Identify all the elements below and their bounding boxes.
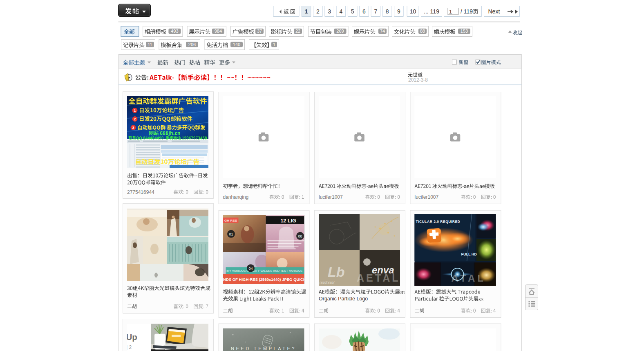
svg-text:GH-RES: GH-RES [224,219,237,222]
svg-text:TICULAR 2.0 REQUIRED: TICULAR 2.0 REQUIRED [416,220,461,224]
svg-text:10: 10 [410,8,416,15]
svg-text:Organic Particle Logo: Organic Particle Logo [319,296,368,302]
svg-text:22: 22 [295,29,300,33]
svg-text:4: 4 [340,8,343,15]
svg-text:269: 269 [336,29,344,33]
svg-text:140: 140 [233,42,240,47]
svg-text:37: 37 [257,29,262,33]
svg-text:2: 2 [316,8,320,15]
svg-text:12 LIG: 12 LIG [280,218,296,224]
svg-text:11: 11 [148,42,152,47]
svg-text:08: 08 [298,234,302,238]
svg-text:7: 7 [374,8,377,15]
svg-text:984: 984 [215,29,222,33]
svg-text:2: 2 [134,117,136,121]
svg-text:/ 119: / 119 [461,8,473,15]
svg-text:3: 3 [132,126,134,130]
svg-text:NEED TEMPLATE?: NEED TEMPLATE? [231,346,296,351]
svg-text:9: 9 [397,8,400,15]
svg-text:1: 1 [273,42,275,47]
svg-text:Up: Up [126,332,137,342]
svg-text:5: 5 [351,8,354,15]
svg-text:ATAL: ATAL [452,273,486,284]
svg-text:CONDS OF HIGH-RES (2560x1440): CONDS OF HIGH-RES (2560x1440) JPEG QUICK… [217,277,309,282]
svg-text:FULL HD: FULL HD [461,252,477,256]
svg-text:88: 88 [420,29,425,33]
svg-text:206: 206 [188,42,196,47]
svg-text:danhanqing: danhanqing [223,194,249,200]
svg-text:3: 3 [328,8,331,15]
svg-text:74: 74 [380,29,385,33]
svg-text:AETAL: AETAL [357,272,400,284]
svg-text:Next: Next [488,8,500,15]
svg-text:1: 1 [134,109,136,113]
svg-text:oo//ooo/: oo//ooo/ [320,280,335,285]
svg-text:153: 153 [461,29,468,33]
svg-text:493: 493 [171,29,178,33]
svg-text:lucifer1007: lucifer1007 [319,194,343,200]
svg-text:01: 01 [229,232,233,236]
svg-text:6: 6 [362,8,366,15]
svg-text:04: 04 [248,267,253,271]
svg-text:8: 8 [386,8,389,15]
svg-text:... 119: ... 119 [424,8,439,15]
svg-text:TRY VARIOUS OPACITY VALUES AND: TRY VARIOUS OPACITY VALUES AND TEST VARI… [225,269,302,273]
svg-text:Lb: Lb [328,264,345,280]
svg-text:lucifer1007: lucifer1007 [415,194,439,200]
svg-text:1: 1 [449,9,452,15]
svg-text:2775416944: 2775416944 [127,189,154,195]
svg-text:2012-3-8: 2012-3-8 [408,77,428,83]
svg-text:1: 1 [305,8,308,15]
svg-text:| 2: | 2 [126,344,132,350]
